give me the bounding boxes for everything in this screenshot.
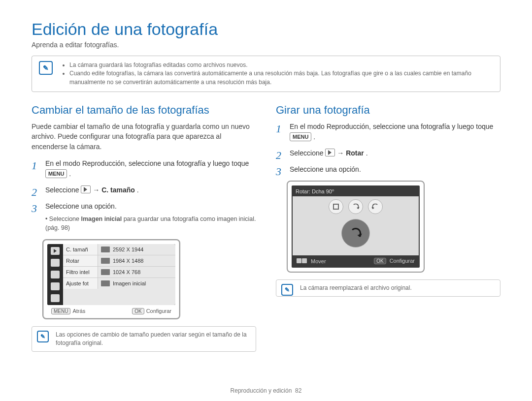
step-3-detail: Seleccione Imagen inicial para guardar u… [32, 215, 256, 232]
play-icon [81, 185, 91, 193]
step-1: En el modo Reproducción, seleccione una … [276, 122, 500, 142]
info-bullet: Cuando edite fotografías, la cámara las … [69, 69, 493, 87]
camera-screen-resize: C. tamañ2592 X 1944 Rotar1984 X 1488 Fil… [42, 239, 180, 319]
step-3: Seleccione una opción. [276, 164, 500, 175]
side-icon-strip [47, 244, 63, 305]
svg-rect-0 [333, 204, 338, 209]
menu-row: Filtro intel1024 X 768 [63, 267, 175, 278]
section-resize: Cambiar el tamaño de las fotografías Pue… [32, 104, 256, 352]
play-icon [51, 247, 60, 255]
camera-screen-rotate: Rotar: Dcha 90º [287, 181, 425, 273]
step-2: Seleccione → Rotar . [276, 148, 500, 158]
thumb-icon [101, 269, 110, 275]
section-rotate: Girar una fotografía En el modo Reproduc… [276, 104, 500, 352]
rotate-option-icon [368, 199, 383, 214]
note-icon: ✎ [281, 284, 293, 296]
menu-row: Rotar1984 X 1488 [63, 255, 175, 267]
menu-row: Ajuste fotImagen inicial [63, 278, 175, 289]
section-heading: Girar una fotografía [276, 104, 500, 117]
footer-ok: OKConfigurar [132, 308, 171, 314]
side-icon [51, 294, 60, 302]
rotate-options [293, 196, 419, 255]
screen-title: Rotar: Dcha 90º [293, 186, 419, 196]
thumb-icon [101, 247, 110, 252]
page-subtitle: Aprenda a editar fotografías. [32, 41, 500, 49]
info-bullet: La cámara guardará las fotografías edita… [69, 61, 493, 69]
step-1: En el modo Reproducción, seleccione una … [32, 158, 256, 179]
play-icon [325, 149, 335, 156]
menu-chip: MENU [290, 132, 311, 141]
section-intro: Puede cambiar el tamaño de una fotografí… [32, 122, 256, 152]
rotate-right-icon [352, 203, 360, 211]
side-icon [51, 282, 60, 290]
manual-page: Edición de una fotografía Aprenda a edit… [0, 0, 532, 401]
note-icon: ✎ [37, 331, 49, 342]
top-info-box: ✎ La cámara guardará las fotografías edi… [32, 56, 500, 92]
note-icon: ✎ [39, 61, 53, 75]
side-icon [51, 271, 60, 278]
section-heading: Cambiar el tamaño de las fotografías [32, 104, 256, 117]
rotate-note-box: ✎ La cámara reemplazará el archivo origi… [276, 279, 500, 297]
rotate-option-icon [329, 199, 343, 214]
resize-note-box: ✎ Las opciones de cambio de tamaño puede… [32, 326, 256, 352]
footer-ok: OK Configurar [374, 258, 415, 264]
rotate-arrow-icon [349, 226, 363, 240]
step-2: Seleccione → C. tamaño . [32, 185, 256, 195]
footer-back: MENUAtrás [51, 308, 85, 314]
left-right-icon [297, 258, 307, 263]
step-3: Seleccione una opción. [32, 201, 256, 212]
menu-row: C. tamañ2592 X 1944 [63, 244, 175, 255]
page-title: Edición de una fotografía [32, 20, 500, 39]
rotate-preview [341, 219, 370, 247]
page-footer: Reproducción y edición 82 [0, 387, 532, 394]
rotate-left-icon [371, 203, 380, 211]
rotate-option-icon [348, 199, 363, 214]
footer-move: Mover [297, 258, 326, 264]
thumb-icon [101, 280, 110, 286]
no-rotate-icon [332, 203, 339, 210]
thumb-icon [101, 258, 110, 264]
menu-chip: MENU [45, 169, 67, 178]
side-icon [51, 259, 60, 267]
